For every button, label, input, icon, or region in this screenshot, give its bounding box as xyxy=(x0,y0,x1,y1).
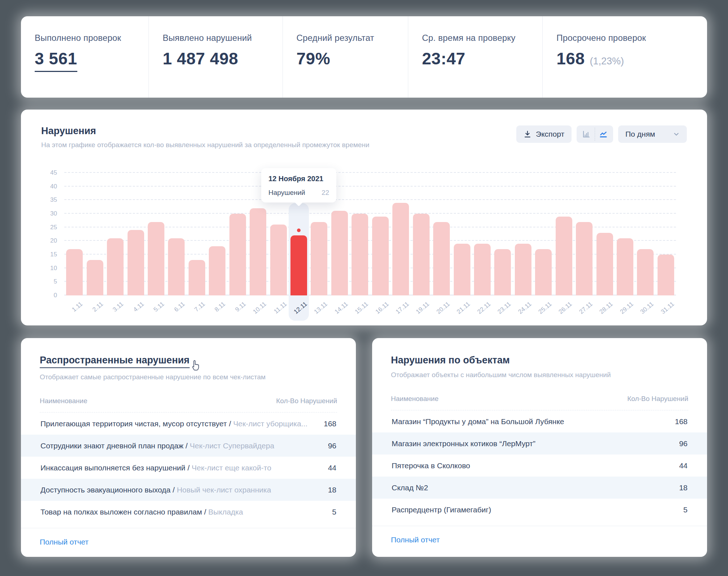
bar-slot-25.11[interactable]: 25.11 xyxy=(533,173,553,295)
bar-slot-2.11[interactable]: 2.11 xyxy=(85,173,105,295)
period-select[interactable]: По дням xyxy=(618,125,687,143)
bar[interactable] xyxy=(515,244,531,295)
bar-slot-31.11[interactable]: 31.11 xyxy=(656,173,676,295)
bar[interactable] xyxy=(128,230,144,295)
y-axis-tick: 40 xyxy=(50,183,57,190)
stat-value-link[interactable]: 3 561 xyxy=(35,49,77,72)
bar[interactable] xyxy=(270,225,287,295)
x-axis-label: 24.11 xyxy=(517,300,533,316)
bar-slot-21.11[interactable]: 21.11 xyxy=(452,173,472,295)
bar-chart-icon[interactable] xyxy=(578,125,595,143)
table-row[interactable]: Пятерочка в Сколково44 xyxy=(391,455,688,477)
bar[interactable] xyxy=(229,214,246,295)
bar[interactable] xyxy=(331,211,348,295)
bar[interactable] xyxy=(250,208,266,295)
tooltip-date: 12 Ноября 2021 xyxy=(268,175,329,183)
y-axis-tick: 30 xyxy=(50,210,57,217)
chart-tooltip: 12 Ноября 2021 Нарушений 22 xyxy=(261,168,336,202)
x-axis-label: 3.11 xyxy=(112,300,125,313)
row-count: 5 xyxy=(662,505,688,514)
table-row[interactable]: Распредцентр (Гигамегабиг)5 xyxy=(391,499,688,521)
table-body: Прилегающая территория чистая, мусор отс… xyxy=(40,413,337,523)
row-checklist: Чек-лист уборщика... xyxy=(233,419,307,428)
table-row[interactable]: Магазин электронных котиков “ЛерМурт”96 xyxy=(372,432,707,455)
bar[interactable] xyxy=(66,249,83,295)
bar-slot-28.11[interactable]: 28.11 xyxy=(594,173,615,295)
divider xyxy=(21,528,356,528)
bar-slot-5.11[interactable]: 5.11 xyxy=(146,173,166,295)
table-row[interactable]: Склад №218 xyxy=(372,477,707,499)
violations-chart-card: Нарушения На этом графике отображается к… xyxy=(21,110,707,325)
bar[interactable] xyxy=(311,222,327,295)
bar[interactable] xyxy=(372,217,389,295)
bar[interactable] xyxy=(209,246,225,295)
bar[interactable] xyxy=(352,214,368,295)
column-header-name: Наименование xyxy=(40,397,87,405)
x-axis-label: 29.11 xyxy=(619,300,634,316)
bar[interactable] xyxy=(658,255,674,295)
bar[interactable] xyxy=(148,222,164,295)
bar-slot-12.11[interactable]: 12 Ноября 2021 Нарушений 22 12.11 xyxy=(289,173,309,295)
x-axis-label: 4.11 xyxy=(132,300,145,313)
bar-slot-26.11[interactable]: 26.11 xyxy=(554,173,574,295)
bar-slot-4.11[interactable]: 4.11 xyxy=(125,173,146,295)
table-row[interactable]: Сотрудники знают дневной план продаж / Ч… xyxy=(21,435,356,457)
bar[interactable] xyxy=(433,222,450,295)
bar-slot-3.11[interactable]: 3.11 xyxy=(105,173,125,295)
bar[interactable] xyxy=(576,222,593,295)
bar-slot-16.11[interactable]: 16.11 xyxy=(370,173,391,295)
bar-slot-9.11[interactable]: 9.11 xyxy=(228,173,248,295)
bar-slot-29.11[interactable]: 29.11 xyxy=(615,173,635,295)
bar-slot-23.11[interactable]: 23.11 xyxy=(492,173,513,295)
bar-slot-1.11[interactable]: 1.11 xyxy=(64,173,85,295)
chevron-down-icon xyxy=(673,131,680,137)
bar[interactable] xyxy=(494,249,511,295)
row-count: 5 xyxy=(311,508,336,516)
table-title-common-violations[interactable]: Распространенные нарушения xyxy=(40,355,190,368)
full-report-link[interactable]: Полный отчет xyxy=(391,536,440,544)
table-row[interactable]: Доступность эвакуационного выхода / Новы… xyxy=(21,479,356,501)
bar[interactable] xyxy=(168,238,185,295)
line-chart-icon[interactable] xyxy=(595,125,612,143)
table-row[interactable]: Товар на полках выложен согласно правила… xyxy=(40,501,337,523)
bar[interactable] xyxy=(107,238,124,295)
bar-slot-24.11[interactable]: 24.11 xyxy=(513,173,533,295)
bar[interactable] xyxy=(556,217,572,295)
bar[interactable] xyxy=(413,214,430,295)
x-axis-label: 20.11 xyxy=(435,300,451,316)
full-report-link[interactable]: Полный отчет xyxy=(40,538,89,546)
bar-selected[interactable] xyxy=(290,235,307,295)
bar[interactable] xyxy=(637,249,654,295)
row-count: 96 xyxy=(662,439,688,448)
bar[interactable] xyxy=(392,203,409,295)
download-icon xyxy=(524,130,531,138)
y-axis-tick: 0 xyxy=(54,292,57,299)
bar-slot-19.11[interactable]: 19.11 xyxy=(411,173,431,295)
table-subtitle: Отображает самые распространенные наруше… xyxy=(40,373,337,381)
x-axis-label: 28.11 xyxy=(598,300,614,316)
row-name: Пятерочка в Сколково xyxy=(392,461,470,470)
bar-slot-20.11[interactable]: 20.11 xyxy=(431,173,452,295)
table-row[interactable]: Магазин “Продукты у дома” на Большой Луб… xyxy=(391,410,688,432)
bar[interactable] xyxy=(189,260,205,295)
bar-slot-30.11[interactable]: 30.11 xyxy=(635,173,655,295)
bar-slot-8.11[interactable]: 8.11 xyxy=(207,173,227,295)
export-button[interactable]: Экспорт xyxy=(516,125,572,143)
bar-slot-27.11[interactable]: 27.11 xyxy=(574,173,594,295)
hand-pointer-cursor xyxy=(190,360,201,371)
bar[interactable] xyxy=(474,244,491,295)
bar[interactable] xyxy=(535,249,552,295)
bar[interactable] xyxy=(454,244,470,295)
bar-slot-6.11[interactable]: 6.11 xyxy=(166,173,186,295)
x-axis-label: 30.11 xyxy=(639,300,655,316)
bar[interactable] xyxy=(596,233,613,295)
bar[interactable] xyxy=(617,238,633,295)
bar[interactable] xyxy=(87,260,103,295)
table-row[interactable]: Инкассация выполняется без нарушений / Ч… xyxy=(40,457,337,479)
stat-value: 1 487 498 xyxy=(163,49,238,68)
table-row[interactable]: Прилегающая территория чистая, мусор отс… xyxy=(40,413,337,435)
bar-slot-15.11[interactable]: 15.11 xyxy=(350,173,370,295)
bar-slot-17.11[interactable]: 17.11 xyxy=(391,173,411,295)
bar-slot-7.11[interactable]: 7.11 xyxy=(187,173,207,295)
bar-slot-22.11[interactable]: 22.11 xyxy=(472,173,492,295)
